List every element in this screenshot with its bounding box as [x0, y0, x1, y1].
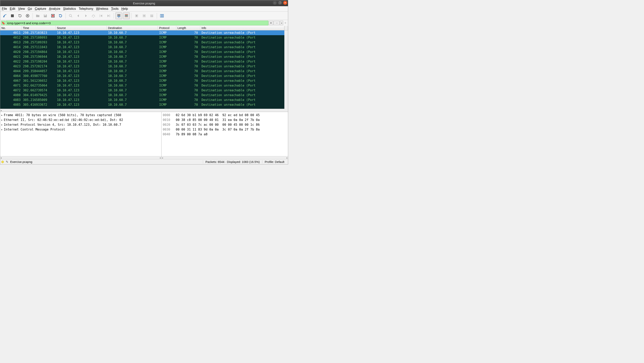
packet-row[interactable]: 4067301.56123665210.10.47.12310.10.60.7I…	[0, 78, 288, 83]
packet-row[interactable]: 4072302.66273957410.10.47.12310.10.60.7I…	[0, 88, 288, 93]
column-header-src[interactable]: Source	[56, 26, 107, 30]
shark-fin-icon[interactable]	[2, 13, 8, 19]
application-window: Exercise.pcapng – ❐ ✕ File Edit View Go …	[0, 0, 288, 165]
svg-rect-12	[125, 15, 128, 16]
column-header-time[interactable]: Time	[22, 26, 56, 30]
packet-row[interactable]: 4023298.25720217410.10.47.12310.10.60.7I…	[0, 64, 288, 69]
maximize-button[interactable]: ❐	[278, 1, 282, 5]
window-title: Exercise.pcapng	[0, 2, 288, 5]
menu-view[interactable]: View	[18, 7, 25, 11]
column-header-len[interactable]: Length	[176, 26, 200, 30]
menu-edit[interactable]: Edit	[10, 7, 16, 11]
go-last-icon[interactable]	[105, 13, 112, 19]
reload-file-icon[interactable]	[57, 13, 64, 19]
status-file-label: Exercise.pcapng	[10, 160, 32, 164]
svg-rect-21	[163, 14, 164, 17]
menu-analyze[interactable]: Analyze	[49, 7, 60, 11]
hex-row[interactable]: 0000 02 6d 30 b1 b9 69 02 46 92 ec ed bd…	[163, 113, 287, 118]
svg-rect-8	[118, 14, 120, 15]
statusbar: ✎ Exercise.pcapng Packets: 6544 · Displa…	[0, 159, 288, 164]
find-packet-icon[interactable]	[67, 13, 74, 19]
go-forward-icon[interactable]	[82, 13, 89, 19]
minimize-button[interactable]: –	[273, 1, 277, 5]
packet-list-vertical-scrollbar[interactable]	[284, 30, 288, 112]
expert-info-icon[interactable]	[2, 161, 4, 163]
toolbar-separator	[66, 13, 66, 19]
hex-row[interactable]: 0010 00 38 c8 85 00 00 40 01 31 ea 0a 0a…	[163, 118, 287, 122]
open-file-icon[interactable]	[34, 13, 41, 19]
zoom-out-icon[interactable]	[141, 13, 148, 19]
hex-row[interactable]: 0020 3c 07 03 03 7c ac 00 00 00 00 45 00…	[163, 122, 287, 127]
packet-list-horizontal-scrollbar[interactable]: ◂▸	[0, 109, 288, 112]
status-left: ✎ Exercise.pcapng	[2, 160, 203, 164]
tree-item[interactable]: ▸Internet Protocol Version 4, Src: 10.10…	[1, 122, 160, 127]
toolbar-separator	[32, 13, 33, 19]
bookmark-icon[interactable]: 🔖	[1, 21, 6, 25]
go-back-icon[interactable]	[75, 13, 82, 19]
packet-list-vscroll-head	[284, 26, 288, 30]
tree-item[interactable]: ▸Ethernet II, Src: 02:46:92:ec:ed:bd (02…	[1, 118, 160, 122]
packet-row[interactable]: 4022298.25719820410.10.47.12310.10.60.7I…	[0, 59, 288, 64]
packet-row[interactable]: 4085305.41693367210.10.47.12310.10.60.7I…	[0, 102, 288, 107]
menu-telephony[interactable]: Telephony	[79, 7, 93, 11]
save-file-icon[interactable]	[42, 13, 49, 19]
hex-row[interactable]: 0040 7b 89 00 08 7a a8	[163, 132, 287, 137]
resize-columns-icon[interactable]	[158, 13, 165, 19]
capture-options-icon[interactable]	[24, 13, 31, 19]
svg-rect-13	[125, 16, 128, 17]
menu-capture[interactable]: Capture	[35, 7, 46, 11]
column-header-prot[interactable]: Protocol	[158, 26, 176, 30]
auto-scroll-icon[interactable]	[116, 13, 122, 19]
stop-capture-icon[interactable]	[9, 13, 16, 19]
packet-details-tree[interactable]: ▸Frame 4011: 70 bytes on wire (560 bits)…	[0, 112, 161, 156]
tree-item[interactable]: ▸Frame 4011: 70 bytes on wire (560 bits)…	[1, 113, 160, 118]
details-horizontal-scrollbar[interactable]: ◂▸	[0, 156, 161, 159]
packet-row[interactable]: 4012298.25710809310.10.47.12310.10.60.7I…	[0, 35, 288, 40]
status-profile-label[interactable]: Profile: Default	[262, 160, 287, 164]
bytes-horizontal-scrollbar[interactable]: ◂▸	[162, 156, 288, 159]
packet-row[interactable]: 4014298.25711104310.10.47.12310.10.60.7I…	[0, 45, 288, 50]
go-to-packet-icon[interactable]	[90, 13, 97, 19]
menu-go[interactable]: Go	[28, 7, 32, 11]
packet-bytes-hex[interactable]: 0000 02 6d 30 b1 b9 69 02 46 92 ec ed bd…	[162, 112, 288, 156]
menu-wireless[interactable]: Wireless	[96, 7, 108, 11]
packet-list-body[interactable]: 4011298.25710382310.10.47.12310.10.60.7I…	[0, 30, 288, 109]
column-header-no[interactable]: No.	[0, 26, 22, 30]
packet-row[interactable]: 4020298.25719486410.10.47.12310.10.60.7I…	[0, 50, 288, 54]
svg-rect-6	[100, 15, 100, 17]
restart-capture-icon[interactable]	[16, 13, 23, 19]
toolbar: 1:1	[0, 12, 288, 20]
toolbar-separator	[157, 13, 157, 19]
toolbar-separator	[114, 13, 114, 19]
packet-row[interactable]: 4013298.25710939310.10.47.12310.10.60.7I…	[0, 40, 288, 45]
tree-item[interactable]: ▸Internet Control Message Protocol	[1, 127, 160, 132]
zoom-reset-icon[interactable]: 1:1	[148, 13, 155, 19]
svg-rect-9	[118, 15, 120, 16]
packet-row[interactable]: 4083305.21658500910.10.47.12310.10.60.7I…	[0, 98, 288, 102]
packet-row[interactable]: 4021298.25719694410.10.47.12310.10.60.7I…	[0, 54, 288, 59]
edit-icon[interactable]: ✎	[6, 160, 8, 164]
hex-row[interactable]: 0030 00 00 31 11 83 9d 0a 0a 3c 07 0a 0a…	[163, 127, 287, 132]
column-header-dst[interactable]: Destination	[107, 26, 158, 30]
packet-row[interactable]: 4071302.66273506410.10.47.12310.10.60.7I…	[0, 83, 288, 88]
packet-row[interactable]: 4080304.01497942510.10.47.12310.10.60.7I…	[0, 93, 288, 98]
apply-filter-icon[interactable]: →	[274, 21, 280, 25]
zoom-in-icon[interactable]	[133, 13, 140, 19]
add-filter-button-icon[interactable]: +	[284, 21, 287, 25]
filter-dropdown-icon[interactable]: ▾	[280, 21, 283, 25]
packet-row[interactable]: 4064300.45987776010.10.47.12310.10.60.7I…	[0, 74, 288, 78]
packet-row[interactable]: 4044299.35844405710.10.47.12310.10.60.7I…	[0, 69, 288, 74]
menu-statistics[interactable]: Statistics	[63, 7, 76, 11]
menu-file[interactable]: File	[2, 7, 7, 11]
packet-row[interactable]: 4011298.25710382310.10.47.12310.10.60.7I…	[0, 30, 288, 35]
close-button[interactable]: ✕	[283, 1, 287, 5]
window-controls: – ❐ ✕	[273, 1, 287, 5]
close-file-icon[interactable]	[50, 13, 56, 19]
menu-tools[interactable]: Tools	[111, 7, 118, 11]
column-header-info[interactable]: Info	[200, 26, 284, 30]
clear-filter-icon[interactable]: ✕	[269, 21, 273, 25]
menu-help[interactable]: Help	[122, 7, 128, 11]
go-first-icon[interactable]	[98, 13, 104, 19]
colorize-packet-list-icon[interactable]	[123, 13, 130, 19]
display-filter-input[interactable]	[6, 21, 268, 25]
